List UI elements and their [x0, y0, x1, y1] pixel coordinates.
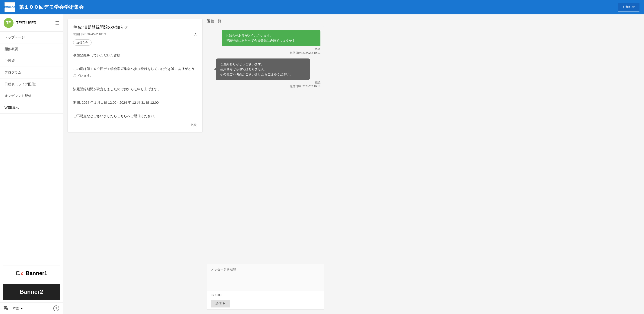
username: TEST USER: [16, 21, 52, 25]
logo: DEMO LOGO: [4, 2, 15, 12]
avatar: TE: [4, 18, 14, 28]
language-selector[interactable]: 日本語 ▼: [4, 306, 24, 311]
header-nav-announcements[interactable]: お知らせ: [618, 3, 640, 12]
banner2[interactable]: Banner2: [3, 284, 60, 300]
reply-panel: 返信一覧 お知らせありがとうございます。 演題登録にあたって会員登録は必須でしょ…: [207, 19, 324, 310]
message-read-status: 既読: [73, 123, 197, 127]
message-body: 参加登録をしていただいた皆様 この度は第１００回デモ学会学術集会へ参加登録をして…: [73, 52, 197, 120]
banner1-logo: C c: [16, 270, 24, 277]
reply-bubble-admin: ご連絡ありがとうございます。 会員登録は必須ではありません。 その他ご不明点がご…: [216, 58, 310, 80]
reply-count-badge: 返信２件: [73, 39, 92, 46]
sidebar-banners: C c Banner1 Banner2: [0, 262, 63, 302]
sidebar-item-ondemand[interactable]: オンデマンド配信: [0, 90, 63, 102]
lang-label: 日本語: [10, 306, 19, 310]
reply-panel-title: 返信一覧: [207, 19, 324, 24]
sidebar-navigation: トップページ 開催概要 ご挨拶 プログラム 日程表（ライブ配信） オンデマンド配…: [0, 32, 63, 262]
chevron-down-icon: ▼: [20, 306, 24, 310]
header-nav: お知らせ: [618, 3, 640, 12]
banner2-text: Banner2: [20, 288, 43, 295]
hamburger-icon[interactable]: ☰: [55, 20, 59, 26]
reply-list: お知らせありがとうございます。 演題登録にあたって会員登録は必須でしょうか？ 既…: [207, 26, 324, 264]
message-input-area: 0 / 1000 送信 ▶: [207, 264, 324, 310]
message-input[interactable]: [207, 264, 324, 291]
message-subject: 件名: 演題登録開始のお知らせ: [73, 24, 197, 30]
send-area: 送信 ▶: [207, 298, 324, 309]
main-content: 件名: 演題登録開始のお知らせ 送信日時: 2024/2/2 10:09 ∧ 返…: [63, 14, 644, 314]
reply-admin-status: 既読 送信日時: 2024/2/2 10:14: [216, 81, 320, 88]
reply-status: 既読 送信日時: 2024/2/2 10:13: [210, 47, 320, 55]
app-header: DEMO LOGO 第１００回デモ学会学術集会 お知らせ: [0, 0, 644, 14]
banner1[interactable]: C c Banner1: [3, 265, 60, 282]
sidebar-user-section: TE TEST USER ☰: [0, 14, 63, 32]
sidebar-item-top[interactable]: トップページ: [0, 32, 63, 44]
sidebar-item-program[interactable]: プログラム: [0, 67, 63, 78]
translate-icon: [4, 306, 8, 311]
sidebar: TE TEST USER ☰ トップページ 開催概要 ご挨拶 プログラム 日程表…: [0, 14, 63, 314]
collapse-icon[interactable]: ∧: [194, 32, 197, 37]
reply-item: お知らせありがとうございます。 演題登録にあたって会員登録は必須でしょうか？ 既…: [210, 30, 320, 55]
sidebar-item-overview[interactable]: 開催概要: [0, 44, 63, 55]
message-counter: 0 / 1000: [207, 292, 324, 298]
message-meta: 送信日時: 2024/2/2 10:09 ∧: [73, 32, 197, 37]
help-icon[interactable]: ?: [53, 306, 59, 311]
message-sent-at: 送信日時: 2024/2/2 10:09: [73, 32, 106, 36]
sidebar-item-greeting[interactable]: ご挨拶: [0, 55, 63, 67]
sidebar-item-web-exhibit[interactable]: WEB展示: [0, 102, 63, 114]
reply-item: ご連絡ありがとうございます。 会員登録は必須ではありません。 その他ご不明点がご…: [210, 58, 320, 88]
send-button[interactable]: 送信 ▶: [211, 300, 230, 308]
sidebar-item-schedule[interactable]: 日程表（ライブ配信）: [0, 78, 63, 90]
main-layout: TE TEST USER ☰ トップページ 開催概要 ご挨拶 プログラム 日程表…: [0, 14, 644, 314]
sidebar-footer: 日本語 ▼ ?: [0, 302, 63, 314]
message-card: 件名: 演題登録開始のお知らせ 送信日時: 2024/2/2 10:09 ∧ 返…: [68, 19, 202, 133]
banner1-text: Banner1: [26, 270, 47, 276]
reply-bubble-user: お知らせありがとうございます。 演題登録にあたって会員登録は必須でしょうか？: [222, 30, 320, 46]
header-title: 第１００回デモ学会学術集会: [19, 4, 84, 10]
